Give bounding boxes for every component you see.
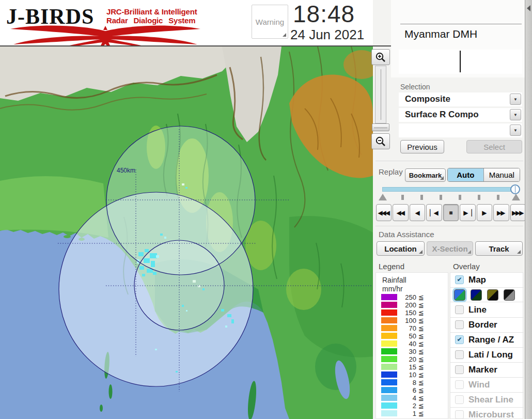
zoom-slider-track[interactable] xyxy=(375,66,386,123)
overlay-item-map[interactable]: ✔ Map xyxy=(450,273,524,288)
legend-row: 250≦ xyxy=(376,293,449,301)
manual-mode-button[interactable]: Manual xyxy=(484,168,520,181)
rewind-fastest-button[interactable]: ◀◀◀ xyxy=(376,204,392,221)
lati-long-checkbox[interactable] xyxy=(455,350,464,359)
legend-swatch xyxy=(381,371,397,378)
chevron-down-icon[interactable]: ▼ xyxy=(510,94,521,105)
legend-label: Legend xyxy=(379,262,404,271)
marker-checkbox[interactable] xyxy=(455,365,464,374)
time-slider-ticks xyxy=(379,193,523,201)
wind-checkbox xyxy=(455,380,464,389)
line-checkbox[interactable] xyxy=(455,305,464,314)
zoom-in-button[interactable] xyxy=(371,49,390,65)
overlay-item-lati-long[interactable]: Lati / Long xyxy=(450,348,524,363)
legend-swatch xyxy=(381,340,397,347)
range-az-checkbox[interactable]: ✔ xyxy=(455,335,464,344)
legend-row: 150≦ xyxy=(376,309,449,317)
legend-row: 100≦ xyxy=(376,317,449,324)
collapse-arrow-icon xyxy=(527,5,530,11)
legend-unit: mm/hr xyxy=(382,285,403,293)
section-divider xyxy=(375,161,523,161)
category-dropdown[interactable]: Composite ▼ xyxy=(399,92,522,106)
map-style-swatch[interactable] xyxy=(454,289,465,301)
select-button[interactable]: Select xyxy=(466,140,522,153)
replay-mode-toggle: Auto Manual xyxy=(447,168,520,182)
legend-row: 1≦ xyxy=(376,410,449,417)
rainfall-legend: Rainfall mm/hr 250≦ 200≦ 150≦ 100≦ 70≦ 5… xyxy=(375,272,448,419)
map-checkbox[interactable]: ✔ xyxy=(455,275,464,284)
legend-row: 6≦ xyxy=(376,386,449,394)
map-style-swatch[interactable] xyxy=(471,289,482,301)
legend-row: 10≦ xyxy=(376,371,449,379)
site-name: Myanmar DMH xyxy=(404,28,477,40)
panel-collapse-strip[interactable] xyxy=(525,0,532,419)
header-divider xyxy=(0,45,391,46)
range-label: 450km xyxy=(117,167,135,174)
forward-fastest-button[interactable]: ▶▶▶ xyxy=(510,204,526,221)
legend-swatch xyxy=(381,317,397,323)
option-dropdown[interactable]: ▼ xyxy=(399,123,522,137)
legend-row: 200≦ xyxy=(376,301,449,309)
legend-title: Rainfall xyxy=(382,276,406,284)
chevron-down-icon[interactable]: ▼ xyxy=(510,125,521,136)
overlay-item-shear-line: Shear Line xyxy=(450,393,524,408)
legend-swatch xyxy=(381,402,397,409)
overlay-item-marker[interactable]: Marker xyxy=(450,363,524,378)
microburst-checkbox xyxy=(455,410,464,419)
slider-start-marker[interactable] xyxy=(379,194,387,200)
zoom-out-button[interactable] xyxy=(371,133,390,149)
overlay-item-border[interactable]: Border xyxy=(450,318,524,333)
border-checkbox[interactable] xyxy=(455,320,464,329)
auto-mode-button[interactable]: Auto xyxy=(448,168,484,181)
bookmark-button[interactable]: Bookmark xyxy=(405,168,446,182)
legend-row: 20≦ xyxy=(376,355,449,363)
legend-swatch xyxy=(381,410,397,416)
time-slider[interactable] xyxy=(382,187,520,192)
previous-button[interactable]: Previous xyxy=(400,140,444,153)
x-section-button[interactable]: X-Section xyxy=(427,241,473,256)
legend-swatch xyxy=(381,333,397,339)
chevron-down-icon[interactable]: ▼ xyxy=(510,109,521,120)
forward-button[interactable]: ▶▶ xyxy=(493,204,509,221)
overlay-item-range-az[interactable]: ✔ Range / AZ xyxy=(450,333,524,348)
overlay-item-microburst: Microburst xyxy=(450,408,524,419)
slider-end-marker[interactable] xyxy=(512,194,520,200)
site-input-field[interactable] xyxy=(399,50,522,74)
overlay-list: ✔ Map Line Border ✔ Range / AZ xyxy=(450,272,523,419)
map-zoom-control xyxy=(370,48,391,151)
legend-row: 15≦ xyxy=(376,363,449,371)
eagle-icon xyxy=(7,25,204,45)
terrain-map[interactable]: 450km xyxy=(0,46,373,419)
legend-row: 30≦ xyxy=(376,348,449,355)
zoom-out-icon xyxy=(375,136,386,147)
play-reverse-button[interactable]: ◀ xyxy=(410,204,425,221)
overlay-item-wind: Wind xyxy=(450,378,524,393)
overlay-item-line[interactable]: Line xyxy=(450,303,524,318)
track-button[interactable]: Track xyxy=(475,241,523,256)
toolbar-divider xyxy=(400,24,522,24)
step-forward-button[interactable]: ▶▕ xyxy=(460,204,475,221)
legend-swatch xyxy=(381,356,397,362)
radar-map-view[interactable]: 450km xyxy=(0,46,373,419)
location-button[interactable]: Location xyxy=(377,241,425,256)
legend-swatch xyxy=(381,302,397,308)
rewind-button[interactable]: ◀◀ xyxy=(393,204,408,221)
legend-row: 50≦ xyxy=(376,332,449,340)
zoom-slider-handle[interactable] xyxy=(372,123,389,131)
clock-date: 24 Jun 2021 xyxy=(290,27,364,43)
step-back-button[interactable]: ▏◀ xyxy=(426,204,442,221)
stop-button[interactable]: ■ xyxy=(443,204,459,221)
map-style-swatch[interactable] xyxy=(487,289,498,301)
legend-swatch xyxy=(381,379,397,385)
legend-swatch xyxy=(381,364,397,370)
play-button[interactable]: ▶ xyxy=(477,204,492,221)
playback-controls: ◀◀◀ ◀◀ ◀ ▏◀ ■ ▶▕ ▶ ▶▶ ▶▶▶ xyxy=(376,204,526,221)
control-panel: Myanmar DMH Selection Composite ▼ Surfac… xyxy=(373,0,525,419)
legend-row: 70≦ xyxy=(376,324,449,332)
warning-button[interactable]: Warning xyxy=(252,5,288,39)
legend-swatch xyxy=(381,387,397,393)
product-dropdown[interactable]: Surface R Compo ▼ xyxy=(399,108,522,122)
map-style-swatch[interactable] xyxy=(504,289,515,301)
zoom-in-icon xyxy=(375,52,386,63)
legend-row: 40≦ xyxy=(376,340,449,348)
